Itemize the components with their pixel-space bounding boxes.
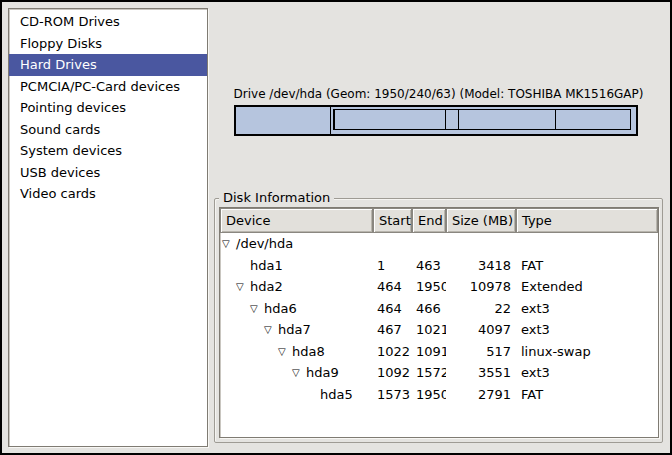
table-row[interactable]: ▽hda9109215723551ext3 bbox=[220, 362, 658, 384]
start-cell: 1092 bbox=[373, 362, 412, 384]
sidebar-item[interactable]: Sound cards bbox=[9, 119, 207, 141]
type-cell: Extended bbox=[516, 276, 658, 298]
table-header-row: DeviceStartEndSize (MB)Type bbox=[220, 208, 658, 233]
device-label: hda9 bbox=[306, 362, 339, 384]
tree-indent bbox=[222, 351, 278, 352]
start-cell bbox=[373, 233, 412, 255]
drive-panel: Drive /dev/hda (Geom: 1950/240/63) (Mode… bbox=[214, 2, 666, 453]
sidebar-item[interactable]: CD-ROM Drives bbox=[9, 11, 207, 33]
expander-open-icon[interactable]: ▽ bbox=[264, 319, 278, 341]
partition-segment-primary bbox=[236, 107, 331, 134]
drive-title: Drive /dev/hda (Geom: 1950/240/63) (Mode… bbox=[214, 87, 663, 101]
device-label: hda7 bbox=[278, 319, 311, 341]
device-cell: hda1 bbox=[220, 255, 373, 277]
size-cell: 22 bbox=[446, 298, 516, 320]
device-label: hda8 bbox=[292, 341, 325, 363]
type-cell: ext3 bbox=[516, 298, 658, 320]
tree-indent bbox=[222, 308, 250, 309]
device-label: hda5 bbox=[320, 384, 353, 406]
hardware-browser-window: CD-ROM DrivesFloppy DisksHard DrivesPCMC… bbox=[0, 0, 672, 455]
table-row[interactable]: hda5157319502791FAT bbox=[220, 384, 658, 406]
type-cell: linux-swap bbox=[516, 341, 658, 363]
column-header-end[interactable]: End bbox=[412, 208, 446, 233]
sidebar-item[interactable]: Video cards bbox=[9, 183, 207, 205]
start-cell: 1 bbox=[373, 255, 412, 277]
size-cell bbox=[446, 233, 516, 255]
end-cell: 1091 bbox=[412, 341, 446, 363]
device-cell: ▽/dev/hda bbox=[220, 233, 373, 255]
end-cell: 1572 bbox=[412, 362, 446, 384]
table-row[interactable]: ▽hda810221091517linux-swap bbox=[220, 341, 658, 363]
device-cell: ▽hda7 bbox=[220, 319, 373, 341]
type-cell: FAT bbox=[516, 384, 658, 406]
tree-indent bbox=[222, 286, 236, 287]
partition-segment-hda7 bbox=[334, 109, 446, 130]
column-header-type[interactable]: Type bbox=[516, 208, 658, 233]
sidebar-item[interactable]: System devices bbox=[9, 140, 207, 162]
partition-segment-extended bbox=[331, 107, 636, 134]
size-cell: 2791 bbox=[446, 384, 516, 406]
tree-indent bbox=[222, 394, 306, 395]
size-cell: 517 bbox=[446, 341, 516, 363]
device-cell: hda5 bbox=[220, 384, 373, 406]
sidebar-list: CD-ROM DrivesFloppy DisksHard DrivesPCMC… bbox=[8, 8, 208, 447]
end-cell: 466 bbox=[412, 298, 446, 320]
device-cell: ▽hda2 bbox=[220, 276, 373, 298]
partition-segment-hda9 bbox=[458, 109, 555, 130]
disk-table: DeviceStartEndSize (MB)Type ▽/dev/hdahda… bbox=[219, 207, 659, 438]
expander-open-icon[interactable]: ▽ bbox=[222, 233, 236, 255]
size-cell: 3551 bbox=[446, 362, 516, 384]
start-cell: 467 bbox=[373, 319, 412, 341]
expander-open-icon[interactable]: ▽ bbox=[236, 276, 250, 298]
type-cell: FAT bbox=[516, 255, 658, 277]
device-cell: ▽hda6 bbox=[220, 298, 373, 320]
device-label: hda2 bbox=[250, 276, 283, 298]
table-body: ▽/dev/hdahda114633418FAT▽hda246419501097… bbox=[220, 233, 658, 437]
start-cell: 464 bbox=[373, 298, 412, 320]
end-cell: 1021 bbox=[412, 319, 446, 341]
device-label: /dev/hda bbox=[236, 233, 293, 255]
device-cell: ▽hda9 bbox=[220, 362, 373, 384]
table-row[interactable]: ▽hda746710214097ext3 bbox=[220, 319, 658, 341]
partition-segment-hda5 bbox=[555, 109, 632, 130]
end-cell bbox=[412, 233, 446, 255]
device-label: hda1 bbox=[250, 255, 283, 277]
sidebar-item[interactable]: Floppy Disks bbox=[9, 33, 207, 55]
sidebar-item[interactable]: Hard Drives bbox=[9, 54, 207, 76]
end-cell: 1950 bbox=[412, 384, 446, 406]
tree-indent bbox=[222, 372, 292, 373]
device-label: hda6 bbox=[264, 298, 297, 320]
partition-bar bbox=[234, 105, 638, 136]
tree-indent bbox=[222, 265, 236, 266]
column-header-start[interactable]: Start bbox=[373, 208, 412, 233]
size-cell: 10978 bbox=[446, 276, 516, 298]
size-cell: 3418 bbox=[446, 255, 516, 277]
start-cell: 1022 bbox=[373, 341, 412, 363]
column-header-size-mb[interactable]: Size (MB) bbox=[446, 208, 516, 233]
tree-indent bbox=[222, 329, 264, 330]
partition-segment-hda8 bbox=[445, 109, 459, 130]
start-cell: 1573 bbox=[373, 384, 412, 406]
table-row[interactable]: ▽hda646446622ext3 bbox=[220, 298, 658, 320]
type-cell: ext3 bbox=[516, 319, 658, 341]
expander-open-icon[interactable]: ▽ bbox=[250, 298, 264, 320]
size-cell: 4097 bbox=[446, 319, 516, 341]
end-cell: 1950 bbox=[412, 276, 446, 298]
table-row[interactable]: ▽hda2464195010978Extended bbox=[220, 276, 658, 298]
end-cell: 463 bbox=[412, 255, 446, 277]
expander-open-icon[interactable]: ▽ bbox=[292, 362, 306, 384]
table-row[interactable]: hda114633418FAT bbox=[220, 255, 658, 277]
start-cell: 464 bbox=[373, 276, 412, 298]
sidebar-item[interactable]: Pointing devices bbox=[9, 97, 207, 119]
type-cell bbox=[516, 233, 658, 255]
type-cell: ext3 bbox=[516, 362, 658, 384]
column-header-device[interactable]: Device bbox=[220, 208, 373, 233]
table-row[interactable]: ▽/dev/hda bbox=[220, 233, 658, 255]
sidebar-item[interactable]: PCMCIA/PC-Card devices bbox=[9, 76, 207, 98]
sidebar-item[interactable]: USB devices bbox=[9, 162, 207, 184]
disk-information-groupbox: Disk Information DeviceStartEndSize (MB)… bbox=[214, 198, 663, 443]
groupbox-label: Disk Information bbox=[219, 190, 334, 205]
device-cell: ▽hda8 bbox=[220, 341, 373, 363]
expander-open-icon[interactable]: ▽ bbox=[278, 341, 292, 363]
